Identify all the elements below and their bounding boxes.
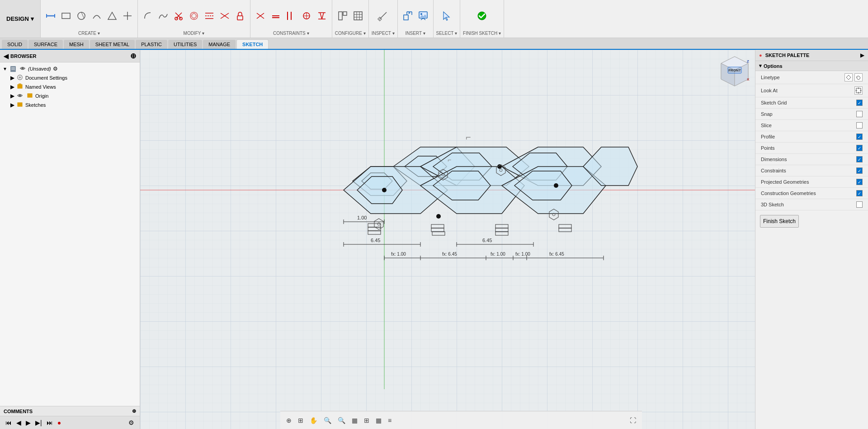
status-grid-btn[interactable]: ⊞ <box>297 415 305 425</box>
nav-last[interactable]: ⏭ <box>45 418 55 427</box>
palette-header-left: ● SKETCH PALETTE <box>759 52 809 58</box>
tab-surface[interactable]: SURFACE <box>28 40 63 49</box>
const-geom-checkbox[interactable] <box>856 190 863 196</box>
points-checkbox[interactable] <box>856 145 863 151</box>
svg-rect-29 <box>339 12 342 20</box>
palette-expand-btn[interactable]: ▶ <box>860 52 864 58</box>
finish-sketch-palette-btn[interactable]: Finish Sketch <box>760 215 799 228</box>
arc-tool[interactable] <box>90 9 104 23</box>
profile-checkbox[interactable] <box>856 133 863 140</box>
fillet-tool[interactable] <box>141 9 155 23</box>
rectangle-tool[interactable] <box>59 9 73 23</box>
svg-text:⌐: ⌐ <box>448 156 451 163</box>
tab-mesh[interactable]: MESH <box>64 40 89 49</box>
constraint-3[interactable] <box>284 9 298 23</box>
const-geom-label: Construction Geometries <box>761 191 816 196</box>
nav-play[interactable]: ▶ <box>24 418 33 427</box>
settings-btn[interactable]: ⚙ <box>127 418 136 427</box>
status-more-btn[interactable]: ≡ <box>387 415 393 425</box>
nav-first[interactable]: ⏮ <box>4 418 14 427</box>
trim-tool[interactable] <box>202 9 217 23</box>
canvas-area[interactable]: 1.00 6.45 6.45 fx: 1.00 fx: 6.45 fx: 1.0… <box>140 50 755 429</box>
measure-btn[interactable] <box>376 9 390 23</box>
status-pan-btn[interactable]: ✋ <box>308 415 319 425</box>
proj-geom-checkbox[interactable] <box>856 179 863 185</box>
constraints-checkbox[interactable] <box>856 167 863 174</box>
configure-btn-1[interactable] <box>335 9 350 23</box>
tree-arrow-named-views[interactable]: ▶ <box>9 84 15 90</box>
select-btn[interactable] <box>439 9 454 23</box>
sketch-grid-checkbox[interactable] <box>856 100 863 106</box>
tree-arrow-origin[interactable]: ▶ <box>9 93 15 99</box>
palette-row-lookat: Look At <box>755 84 868 97</box>
dim-fx645b: fx: 6.45 <box>549 252 564 257</box>
tree-visibility-origin[interactable] <box>17 92 24 100</box>
snap-checkbox[interactable] <box>856 111 863 117</box>
extend-tool[interactable] <box>217 9 232 23</box>
design-button[interactable]: DESIGN ▾ <box>0 0 41 38</box>
configure-btn-2[interactable] <box>351 9 365 23</box>
view-cube[interactable]: FRONT Z X <box>719 54 750 91</box>
configure-label: CONFIGURE ▾ <box>335 31 366 36</box>
svg-rect-38 <box>404 15 408 20</box>
lookat-btn[interactable] <box>854 86 863 95</box>
status-view-btn[interactable]: ▦ <box>350 415 359 425</box>
tree-arrow-root[interactable]: ▾ <box>2 66 8 72</box>
tree-item-sketches[interactable]: ▶ Sketches <box>0 100 140 110</box>
tree-arrow-doc[interactable]: ▶ <box>9 75 15 81</box>
tree-arrow-sketches[interactable]: ▶ <box>9 102 15 108</box>
constraint-5[interactable] <box>315 9 329 23</box>
svg-text:X: X <box>747 77 750 81</box>
tab-manage[interactable]: MANAGE <box>203 40 236 49</box>
constraint-2[interactable] <box>269 9 283 23</box>
line-tool[interactable] <box>43 9 58 23</box>
tab-utilities[interactable]: UTILITIES <box>168 40 202 49</box>
line-extend-tool[interactable] <box>120 9 135 23</box>
spline-tool[interactable] <box>156 9 170 23</box>
point-1 <box>382 188 387 192</box>
offset-tool[interactable] <box>187 9 201 23</box>
status-display-btn[interactable]: ⊞ <box>363 415 371 425</box>
insert-btn-2[interactable] <box>416 9 430 23</box>
tree-visibility-root[interactable] <box>19 65 27 72</box>
constraint-4[interactable] <box>299 9 314 23</box>
nav-record[interactable]: ● <box>56 418 63 427</box>
lock-tool[interactable] <box>233 9 247 23</box>
status-screen-btn[interactable]: ⛶ <box>628 415 637 425</box>
linetype-right-icon[interactable] <box>854 73 863 81</box>
tree-item-named-views[interactable]: ▶ Named Views <box>0 82 140 91</box>
comments-add-icon[interactable]: ⊕ <box>132 408 136 414</box>
tab-sheet-metal[interactable]: SHEET METAL <box>90 40 135 49</box>
palette-header: ● SKETCH PALETTE ▶ <box>755 50 868 61</box>
point-4 <box>554 183 558 188</box>
linetype-left-icon[interactable] <box>844 73 853 81</box>
dimensions-checkbox[interactable] <box>856 156 863 162</box>
constraint-1[interactable] <box>253 9 268 23</box>
status-zoom2-btn[interactable]: 🔍 <box>336 415 347 425</box>
tab-plastic[interactable]: PLASTIC <box>136 40 167 49</box>
tab-solid[interactable]: SOLID <box>2 40 28 49</box>
tree-item-root[interactable]: ▾ (Unsaved) ⚙ <box>0 64 140 73</box>
3d-sketch-checkbox[interactable] <box>856 201 863 208</box>
status-grid2-btn[interactable]: ▦ <box>374 415 383 425</box>
modify-section: MODIFY ▾ <box>138 0 250 38</box>
nav-prev[interactable]: ◀ <box>14 418 23 427</box>
tree-icon-sketches <box>17 101 24 109</box>
status-zoom-btn[interactable]: 🔍 <box>322 415 333 425</box>
browser-collapse-btn[interactable]: ◀ <box>4 52 9 60</box>
status-rotate-btn[interactable]: ⊕ <box>285 415 293 425</box>
tree-item-doc-settings[interactable]: ▶ Document Settings <box>0 73 140 82</box>
tree-settings-icon[interactable]: ⚙ <box>53 66 58 72</box>
scissors-tool[interactable] <box>171 9 186 23</box>
nav-next[interactable]: ▶| <box>33 418 44 427</box>
finish-sketch-toolbar-btn[interactable] <box>475 9 489 23</box>
tab-sketch[interactable]: SKETCH <box>236 39 269 49</box>
status-bar: ⊕ ⊞ ✋ 🔍 🔍 ▦ ⊞ ▦ ≡ ⛶ <box>280 411 642 429</box>
slice-checkbox[interactable] <box>856 122 863 129</box>
insert-btn-1[interactable] <box>401 9 415 23</box>
tree-item-origin[interactable]: ▶ Origin <box>0 91 140 100</box>
circle-tool[interactable] <box>74 9 89 23</box>
browser-add-icon[interactable]: ⊕ <box>130 52 136 60</box>
triangle-tool[interactable] <box>105 9 119 23</box>
palette-options-header[interactable]: ▾ Options <box>755 61 868 71</box>
